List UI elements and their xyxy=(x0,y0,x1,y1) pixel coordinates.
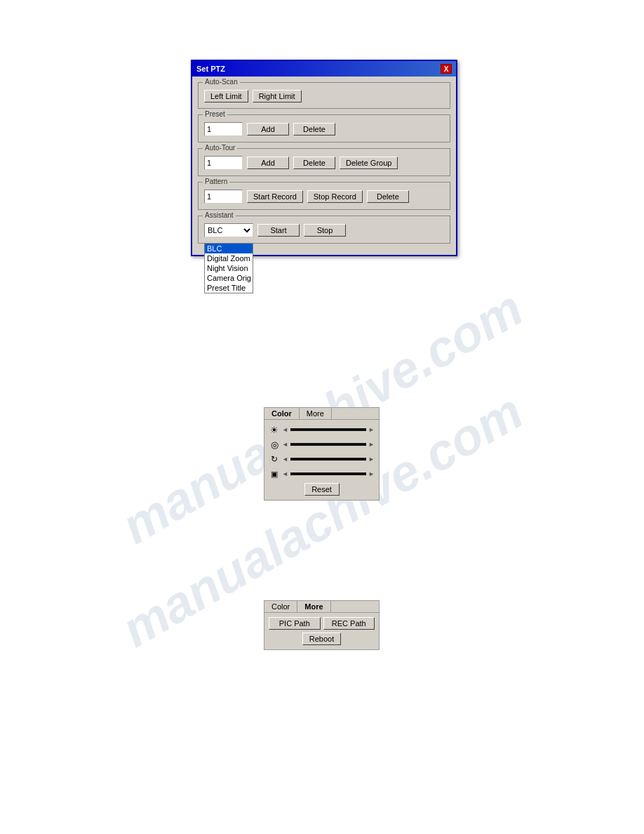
preset-input[interactable] xyxy=(204,122,243,136)
pattern-input[interactable] xyxy=(204,190,243,204)
dialog-titlebar: Set PTZ X xyxy=(192,61,456,77)
dropdown-item-night-vision[interactable]: Night Vision xyxy=(205,263,253,273)
hue-arrow-left[interactable]: ◄ xyxy=(282,456,288,463)
brightness-slider-row: ☀ ◄ ► xyxy=(269,424,375,435)
reboot-row: Reboot xyxy=(269,633,375,645)
preset-content: Add Delete xyxy=(204,122,444,136)
preset-add-button[interactable]: Add xyxy=(247,123,289,135)
hue-slider-row: ↻ ◄ ► xyxy=(269,454,375,465)
color-panel-2-body: PIC Path REC Path Reboot xyxy=(264,613,379,649)
start-record-button[interactable]: Start Record xyxy=(247,190,303,203)
color-panel-1-tabs: Color More xyxy=(264,408,379,420)
set-ptz-dialog: Set PTZ X Auto-Scan Left Limit Right Lim… xyxy=(191,60,457,256)
pattern-label: Pattern xyxy=(203,178,229,185)
auto-scan-group: Auto-Scan Left Limit Right Limit xyxy=(198,82,450,109)
assistant-label: Assistant xyxy=(203,211,236,219)
preset-delete-button[interactable]: Delete xyxy=(293,123,335,135)
saturation-track[interactable] xyxy=(290,472,366,475)
assistant-content: BLC Digital Zoom Night Vision Camera Ori… xyxy=(204,223,444,237)
assistant-dropdown-list: BLC Digital Zoom Night Vision Camera Ori… xyxy=(204,243,253,293)
color-tab-1[interactable]: Color xyxy=(264,408,300,419)
assistant-dropdown[interactable]: BLC Digital Zoom Night Vision Camera Ori… xyxy=(204,223,253,237)
preset-group: Preset Add Delete xyxy=(198,114,450,143)
contrast-icon: ◎ xyxy=(269,439,280,450)
color-panel-1: Color More ☀ ◄ ► ◎ ◄ ► ↻ ◄ ► ▣ ◄ ► xyxy=(264,407,380,501)
left-limit-button[interactable]: Left Limit xyxy=(204,90,248,102)
more-tab-2[interactable]: More xyxy=(297,601,330,612)
pattern-group: Pattern Start Record Stop Record Delete xyxy=(198,182,450,210)
saturation-arrow-left[interactable]: ◄ xyxy=(282,470,288,477)
assistant-stop-button[interactable]: Stop xyxy=(304,224,346,237)
contrast-track[interactable] xyxy=(290,443,366,446)
brightness-icon: ☀ xyxy=(269,424,280,435)
auto-tour-label: Auto-Tour xyxy=(203,144,237,152)
dropdown-item-digital-zoom[interactable]: Digital Zoom xyxy=(205,253,253,263)
auto-tour-input[interactable] xyxy=(204,156,243,170)
saturation-slider-row: ▣ ◄ ► xyxy=(269,468,375,479)
color-panel-2-tabs: Color More xyxy=(264,601,379,613)
auto-tour-delete-button[interactable]: Delete xyxy=(293,157,335,169)
auto-tour-delete-group-button[interactable]: Delete Group xyxy=(340,157,398,169)
dialog-body: Auto-Scan Left Limit Right Limit Preset … xyxy=(192,77,456,255)
color-tab-2[interactable]: Color xyxy=(264,601,297,612)
pic-path-button[interactable]: PIC Path xyxy=(269,617,321,630)
pattern-content: Start Record Stop Record Delete xyxy=(204,190,444,204)
contrast-slider-row: ◎ ◄ ► xyxy=(269,439,375,450)
saturation-icon: ▣ xyxy=(269,468,280,479)
brightness-track[interactable] xyxy=(290,428,366,431)
right-limit-button[interactable]: Right Limit xyxy=(253,90,302,102)
preset-label: Preset xyxy=(203,110,227,118)
brightness-arrow-left[interactable]: ◄ xyxy=(282,426,288,433)
auto-tour-content: Add Delete Delete Group xyxy=(204,156,444,170)
contrast-arrow-right[interactable]: ► xyxy=(368,441,375,448)
contrast-arrow-left[interactable]: ◄ xyxy=(282,441,288,448)
assistant-group: Assistant BLC Digital Zoom Night Vision … xyxy=(198,216,450,244)
path-buttons-row: PIC Path REC Path xyxy=(269,617,375,630)
pattern-delete-button[interactable]: Delete xyxy=(367,190,409,203)
hue-icon: ↻ xyxy=(269,454,280,465)
stop-record-button[interactable]: Stop Record xyxy=(307,190,363,203)
color-reset-button[interactable]: Reset xyxy=(304,483,340,496)
auto-tour-add-button[interactable]: Add xyxy=(247,157,289,169)
dropdown-item-camera-orig[interactable]: Camera Orig xyxy=(205,273,253,283)
assistant-start-button[interactable]: Start xyxy=(257,224,300,237)
auto-scan-label: Auto-Scan xyxy=(203,78,240,86)
dropdown-item-preset-title[interactable]: Preset Title xyxy=(205,283,253,293)
hue-arrow-right[interactable]: ► xyxy=(368,456,375,463)
auto-scan-content: Left Limit Right Limit xyxy=(204,90,444,102)
reboot-button[interactable]: Reboot xyxy=(302,633,341,645)
dropdown-item-blc[interactable]: BLC xyxy=(205,244,253,253)
auto-tour-group: Auto-Tour Add Delete Delete Group xyxy=(198,148,450,176)
more-tab-1[interactable]: More xyxy=(300,408,332,419)
color-panel-1-body: ☀ ◄ ► ◎ ◄ ► ↻ ◄ ► ▣ ◄ ► Reset xyxy=(264,420,379,500)
rec-path-button[interactable]: REC Path xyxy=(323,617,375,630)
hue-track[interactable] xyxy=(290,458,366,461)
dialog-close-button[interactable]: X xyxy=(441,64,452,74)
saturation-arrow-right[interactable]: ► xyxy=(368,470,375,477)
reset-btn-row: Reset xyxy=(269,483,375,496)
brightness-arrow-right[interactable]: ► xyxy=(368,426,375,433)
color-panel-2: Color More PIC Path REC Path Reboot xyxy=(264,600,380,650)
dialog-title: Set PTZ xyxy=(196,65,225,73)
